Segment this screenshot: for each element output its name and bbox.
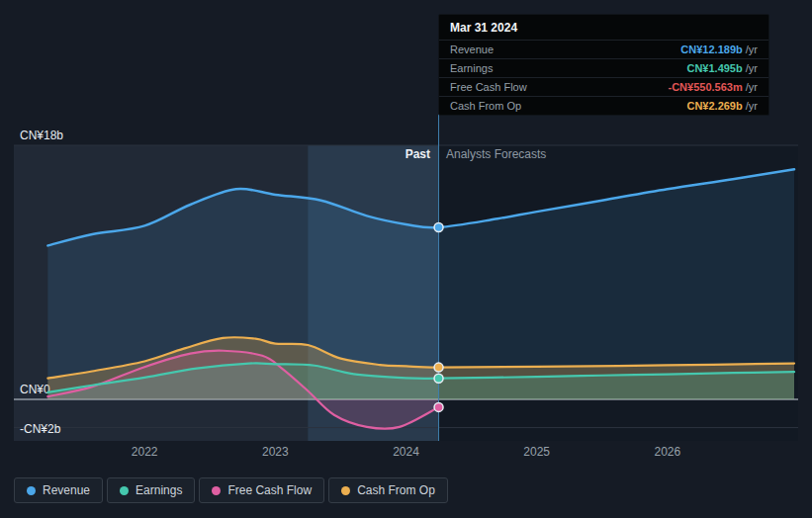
past-label: Past (406, 147, 430, 161)
tooltip-row-earnings: EarningsCN¥1.495b /yr (439, 58, 768, 77)
legend-label: Cash From Op (357, 483, 435, 497)
x-axis-tick: 2023 (262, 445, 289, 459)
tooltip-row-value: CN¥1.495b /yr (686, 62, 758, 74)
marker-free-cash-flow[interactable] (434, 402, 443, 411)
y-axis-label: -CN¥2b (20, 422, 61, 436)
legend-color-dot (27, 486, 36, 495)
marker-cash-from-op[interactable] (434, 363, 443, 372)
analysts-forecasts-label: Analysts Forecasts (446, 147, 546, 161)
legend-item-cash-from-op[interactable]: Cash From Op (328, 477, 448, 503)
tooltip-row-unit: /yr (743, 43, 758, 55)
legend-label: Free Cash Flow (227, 483, 312, 497)
tooltip-row-label: Free Cash Flow (450, 81, 527, 93)
tooltip-row-revenue: RevenueCN¥12.189b /yr (439, 40, 768, 58)
tooltip-row-value: CN¥12.189b /yr (680, 43, 758, 55)
legend-item-revenue[interactable]: Revenue (14, 477, 103, 503)
tooltip-row-label: Revenue (450, 43, 494, 55)
legend-color-dot (212, 486, 221, 495)
y-axis-label: CN¥18b (20, 129, 63, 142)
tooltip-row-unit: /yr (743, 81, 758, 93)
tooltip-row-free-cash-flow: Free Cash Flow-CN¥550.563m /yr (439, 77, 768, 96)
legend-item-earnings[interactable]: Earnings (107, 477, 195, 503)
data-tooltip: Mar 31 2024 RevenueCN¥12.189b /yrEarning… (438, 14, 769, 116)
tooltip-row-cash-from-op: Cash From OpCN¥2.269b /yr (439, 96, 768, 115)
tooltip-row-unit: /yr (743, 100, 758, 112)
legend-label: Revenue (43, 483, 90, 497)
marker-revenue[interactable] (434, 222, 443, 231)
x-axis-tick: 2026 (654, 445, 680, 459)
tooltip-row-unit: /yr (743, 62, 758, 74)
x-axis-tick: 2024 (393, 445, 419, 459)
tooltip-row-value: -CN¥550.563m /yr (669, 81, 759, 93)
y-axis-label: CN¥0 (20, 383, 50, 396)
tooltip-row-label: Cash From Op (450, 100, 521, 112)
marker-earnings[interactable] (434, 374, 443, 383)
legend-color-dot (341, 486, 350, 495)
legend-label: Earnings (135, 483, 182, 497)
tooltip-rows: RevenueCN¥12.189b /yrEarningsCN¥1.495b /… (439, 40, 768, 115)
legend-color-dot (120, 486, 129, 495)
tooltip-row-value: CN¥2.269b /yr (686, 100, 758, 112)
legend: RevenueEarningsFree Cash FlowCash From O… (14, 477, 448, 503)
tooltip-date: Mar 31 2024 (439, 15, 768, 40)
legend-item-free-cash-flow[interactable]: Free Cash Flow (199, 477, 324, 503)
x-axis-tick: 2025 (523, 445, 550, 459)
x-axis-tick: 2022 (132, 445, 158, 459)
tooltip-row-label: Earnings (450, 62, 493, 74)
earnings-revenue-growth-chart[interactable]: CN¥18bCN¥0-CN¥2b20222023202420252026 Pas… (0, 0, 812, 518)
